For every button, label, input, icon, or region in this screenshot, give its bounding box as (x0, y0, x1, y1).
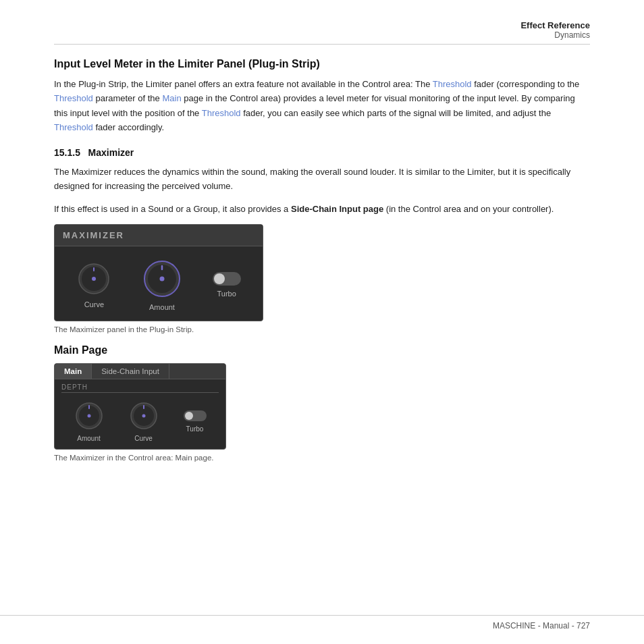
section2-para1: The Maximizer reduces the dynamics withi… (54, 165, 590, 194)
ca-amount-label: Amount (77, 435, 100, 442)
threshold-link-3: Threshold (202, 108, 241, 118)
ca-curve-knob[interactable] (129, 401, 159, 431)
ca-curve-label: Curve (134, 435, 153, 442)
curve-knob[interactable] (76, 261, 111, 296)
control-area-caption: The Maximizer in the Control area: Main … (54, 454, 590, 462)
header-subtitle: Dynamics (54, 30, 590, 40)
tab-main[interactable]: Main (55, 364, 92, 379)
control-area-panel: Main Side-Chain Input DEPTH Amount (54, 363, 226, 450)
main-link-1: Main (162, 93, 181, 103)
tab-bar: Main Side-Chain Input (55, 364, 225, 379)
panel-controls: Curve Amount Turb (55, 246, 263, 321)
threshold-link-2: Threshold (54, 93, 93, 103)
section2-heading: 15.1.5 Maximizer (54, 147, 590, 158)
ca-turbo-label: Turbo (186, 425, 204, 433)
ca-turbo-toggle[interactable] (184, 410, 207, 421)
section1-paragraph: In the Plug-in Strip, the Limiter panel … (54, 77, 590, 135)
depth-label: DEPTH (55, 379, 225, 392)
threshold-link-4: Threshold (54, 122, 93, 132)
svg-point-2 (92, 277, 96, 281)
side-chain-bold: Side-Chain Input page (291, 204, 383, 214)
section-input-level-meter: Input Level Meter in the Limiter Panel (… (54, 58, 590, 135)
control-area-controls: Amount Curve Turb (55, 393, 225, 449)
pluginstrip-caption: The Maximizer panel in the Plug-in Strip… (54, 325, 590, 333)
svg-point-5 (159, 277, 164, 281)
panel-title: MAXIMIZER (63, 230, 124, 240)
turbo-toggle-container: Turbo (213, 272, 241, 298)
turbo-toggle[interactable] (213, 272, 241, 286)
curve-knob-container: Curve (76, 261, 111, 308)
header-title: Effect Reference (54, 20, 590, 30)
ca-amount-knob[interactable] (74, 401, 104, 431)
panel-title-bar: MAXIMIZER (55, 225, 263, 246)
ca-turbo-container: Turbo (184, 410, 207, 433)
pluginstrip-panel: MAXIMIZER Curve (54, 224, 263, 321)
ca-toggle-knob (185, 412, 193, 420)
turbo-label: Turbo (217, 290, 236, 298)
tab-sidechain[interactable]: Side-Chain Input (92, 364, 169, 379)
amount-knob[interactable] (142, 259, 182, 299)
toggle-knob (214, 273, 225, 284)
main-page-heading: Main Page (54, 344, 590, 356)
ca-curve-container: Curve (129, 401, 159, 442)
footer-text: MASCHINE - Manual - 727 (493, 621, 590, 630)
svg-point-8 (87, 414, 90, 418)
threshold-link-1: Threshold (433, 79, 472, 89)
section2-para2: If this effect is used in a Sound or a G… (54, 202, 590, 216)
page: Effect Reference Dynamics Input Level Me… (0, 0, 644, 644)
ca-amount-container: Amount (74, 401, 104, 442)
curve-label: Curve (84, 300, 104, 308)
svg-point-11 (142, 414, 145, 418)
amount-label: Amount (149, 303, 175, 311)
section-maximizer: 15.1.5 Maximizer The Maximizer reduces t… (54, 147, 590, 462)
page-header: Effect Reference Dynamics (54, 20, 590, 45)
amount-knob-container: Amount (142, 259, 182, 311)
section1-heading: Input Level Meter in the Limiter Panel (… (54, 58, 590, 70)
page-footer: MASCHINE - Manual - 727 (0, 615, 644, 630)
